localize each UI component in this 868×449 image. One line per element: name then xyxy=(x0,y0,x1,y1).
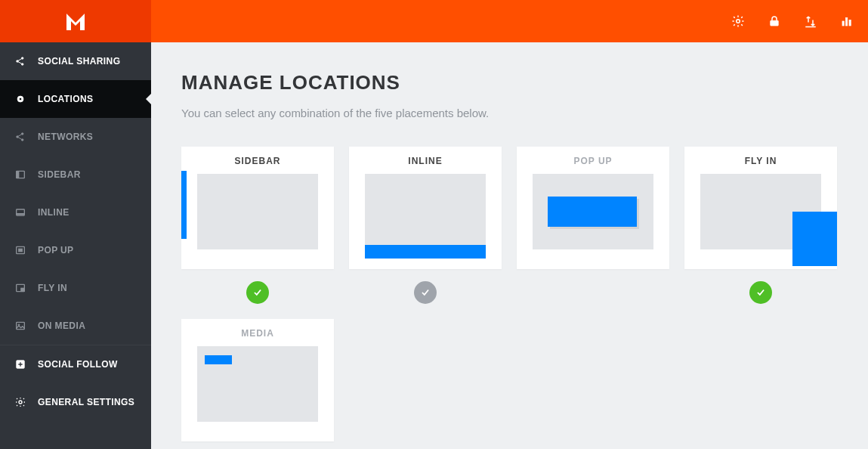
sidebar-label: SIDEBAR xyxy=(38,169,81,180)
card-title: POP UP xyxy=(573,147,612,174)
placement-media-wrap: MEDIA xyxy=(181,319,334,441)
svg-rect-15 xyxy=(17,171,19,178)
topbar-actions xyxy=(720,0,868,42)
stats-icon[interactable] xyxy=(829,0,865,42)
share-icon xyxy=(14,54,27,68)
svg-rect-4 xyxy=(846,18,848,26)
sidebar: SOCIAL SHARING LOCATIONS NETWORKS SIDEBA… xyxy=(0,42,151,449)
sidebar-item-social-follow[interactable]: SOCIAL FOLLOW xyxy=(0,345,151,383)
sidebar-label: LOCATIONS xyxy=(38,94,93,104)
sidebar-label: SOCIAL FOLLOW xyxy=(38,359,118,370)
svg-point-10 xyxy=(19,98,21,100)
svg-rect-19 xyxy=(18,249,22,252)
sidebar-item-networks[interactable]: NETWORKS xyxy=(0,118,151,156)
placement-popup-wrap: POP UP xyxy=(517,147,669,304)
top-bar xyxy=(0,0,868,42)
sidebar-label: SOCIAL SHARING xyxy=(38,56,120,67)
sidebar-label: GENERAL SETTINGS xyxy=(38,397,134,407)
placement-sidebar[interactable]: SIDEBAR xyxy=(181,147,334,269)
preview-media xyxy=(197,346,318,422)
card-title: INLINE xyxy=(408,147,442,174)
main-content: MANAGE LOCATIONS You can select any comb… xyxy=(151,42,868,449)
status-badge-on[interactable] xyxy=(246,281,269,304)
share-icon xyxy=(14,130,27,144)
settings-icon[interactable] xyxy=(720,0,756,42)
preview-flyin xyxy=(700,174,821,249)
plus-icon xyxy=(14,358,27,371)
svg-rect-5 xyxy=(849,20,851,26)
sidebar-item-popup[interactable]: POP UP xyxy=(0,231,151,269)
preview-sidebar xyxy=(197,174,318,249)
card-title: FLY IN xyxy=(745,147,777,174)
sidebar-label: NETWORKS xyxy=(38,132,93,142)
placement-popup[interactable]: POP UP xyxy=(517,147,669,269)
inline-icon xyxy=(14,206,27,219)
placement-inline-wrap: INLINE xyxy=(349,147,502,304)
topbar-spacer xyxy=(151,0,720,42)
gear-icon xyxy=(14,395,27,409)
popup-icon xyxy=(14,243,27,257)
sidebar-item-locations[interactable]: LOCATIONS xyxy=(0,80,151,118)
app-logo[interactable] xyxy=(0,0,151,42)
placement-media[interactable]: MEDIA xyxy=(181,319,334,441)
lock-icon[interactable] xyxy=(756,0,792,42)
sidebar-item-general-settings[interactable]: GENERAL SETTINGS xyxy=(0,383,151,421)
preview-inline xyxy=(365,174,486,249)
svg-point-0 xyxy=(737,20,740,23)
svg-rect-22 xyxy=(17,322,25,329)
status-badge-off[interactable] xyxy=(414,281,437,304)
placement-inline[interactable]: INLINE xyxy=(349,147,502,269)
sidebar-item-sidebar[interactable]: SIDEBAR xyxy=(0,156,151,194)
svg-rect-3 xyxy=(842,21,844,26)
status-badge-on[interactable] xyxy=(749,281,772,304)
sidebar-item-on-media[interactable]: ON MEDIA xyxy=(0,307,151,345)
sidebar-label: INLINE xyxy=(38,207,70,218)
page-title: MANAGE LOCATIONS xyxy=(181,71,838,94)
sidebar-icon xyxy=(14,168,27,181)
svg-rect-1 xyxy=(771,20,779,26)
page-subtitle: You can select any combination of the fi… xyxy=(181,107,838,119)
preview-popup xyxy=(533,174,653,249)
pin-icon xyxy=(14,92,27,106)
svg-rect-21 xyxy=(21,288,25,292)
sidebar-label: POP UP xyxy=(38,245,74,255)
placement-flyin[interactable]: FLY IN xyxy=(684,147,837,269)
svg-point-25 xyxy=(19,401,22,404)
placement-sidebar-wrap: SIDEBAR xyxy=(181,147,334,304)
placement-cards-grid: SIDEBAR INLINE POP UP xyxy=(181,147,838,441)
sidebar-item-social-sharing[interactable]: SOCIAL SHARING xyxy=(0,42,151,80)
sidebar-item-flyin[interactable]: FLY IN xyxy=(0,269,151,307)
import-export-icon[interactable] xyxy=(792,0,829,42)
flyin-icon xyxy=(14,281,27,295)
sidebar-label: ON MEDIA xyxy=(38,320,85,331)
placement-flyin-wrap: FLY IN xyxy=(684,147,837,304)
image-icon xyxy=(14,319,27,333)
card-title: SIDEBAR xyxy=(234,147,280,174)
sidebar-item-inline[interactable]: INLINE xyxy=(0,194,151,231)
card-title: MEDIA xyxy=(241,319,274,346)
sidebar-label: FLY IN xyxy=(38,283,67,293)
